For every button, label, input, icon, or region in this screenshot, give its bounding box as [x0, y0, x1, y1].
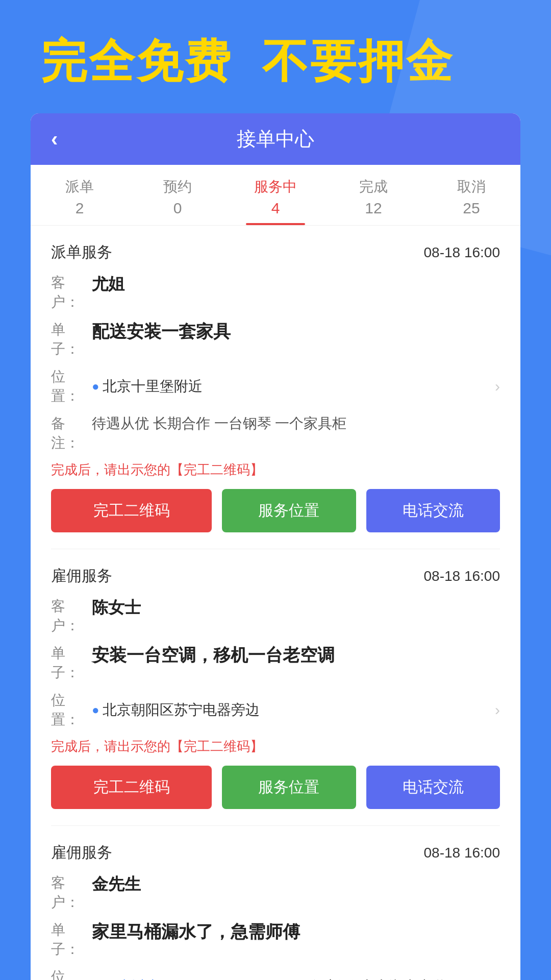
location-dot-icon: ● — [92, 379, 99, 394]
qr-code-button[interactable]: 完工二维码 — [51, 489, 212, 532]
order-label: 单子： — [51, 320, 92, 359]
tab-count: 0 — [173, 200, 182, 217]
order-label: 单子： — [51, 644, 92, 682]
nav-bar: ‹ 接单中心 — [31, 113, 520, 165]
order-type: 雇佣服务 — [51, 842, 112, 863]
service-location-button[interactable]: 服务位置 — [222, 766, 356, 809]
order-desc: 安装一台空调，移机一台老空调 — [92, 644, 335, 667]
action-buttons: 完工二维码 服务位置 电话交流 — [51, 766, 500, 809]
location-label: 位置： — [51, 691, 92, 729]
tab-count: 4 — [271, 200, 280, 217]
order-desc-row: 单子： 配送安装一套家具 — [51, 320, 500, 359]
order-header: 雇佣服务 08-18 16:00 — [51, 842, 500, 863]
customer-row: 客户： 尤姐 — [51, 273, 500, 312]
tab-item-完成[interactable]: 完成 12 — [324, 165, 422, 225]
qr-tip: 完成后，请出示您的【完工二维码】 — [51, 738, 500, 755]
back-button[interactable]: ‹ — [51, 128, 58, 151]
tab-label: 预约 — [163, 177, 192, 197]
tab-item-派单[interactable]: 派单 2 — [31, 165, 129, 225]
location-address: 北京朝阳区苏宁电器旁边 — [103, 700, 495, 720]
customer-name: 尤姐 — [92, 273, 124, 296]
order-time: 08-18 16:00 — [424, 568, 500, 584]
phone-call-button[interactable]: 电话交流 — [366, 489, 500, 532]
order-desc: 家里马桶漏水了，急需师傅 — [92, 920, 300, 944]
tab-label: 完成 — [359, 177, 388, 197]
order-type: 雇佣服务 — [51, 566, 112, 586]
service-location-button[interactable]: 服务位置 — [222, 489, 356, 532]
main-card: ‹ 接单中心 派单 2 预约 0 服务中 4 完成 12 取消 25 派单服务 — [31, 113, 520, 980]
chevron-right-icon: › — [495, 378, 500, 395]
phone-call-button[interactable]: 电话交流 — [366, 766, 500, 809]
chevron-right-icon: › — [495, 978, 500, 980]
order-card: 雇佣服务 08-18 16:00 客户： 金先生 单子： 家里马桶漏水了，急需师… — [51, 826, 500, 980]
order-header: 雇佣服务 08-18 16:00 — [51, 566, 500, 586]
location-label: 位置： — [51, 967, 92, 980]
location-dot-icon: ● — [92, 703, 99, 717]
tab-label: 派单 — [65, 177, 94, 197]
hero-line2: 不要押金 — [262, 36, 454, 87]
tab-count: 12 — [365, 200, 382, 217]
tab-label: 服务中 — [254, 177, 297, 197]
location-row[interactable]: 位置： ● 10米以内 玉河新居(青山湖南大道西) › — [51, 967, 500, 980]
remark-label: 备注： — [51, 414, 92, 453]
order-desc-row: 单子： 安装一台空调，移机一台老空调 — [51, 644, 500, 682]
order-desc: 配送安装一套家具 — [92, 320, 231, 344]
customer-label: 客户： — [51, 597, 92, 635]
qr-tip: 完成后，请出示您的【完工二维码】 — [51, 461, 500, 479]
location-label: 位置： — [51, 367, 92, 406]
order-label: 单子： — [51, 920, 92, 959]
order-type: 派单服务 — [51, 242, 112, 263]
customer-row: 客户： 陈女士 — [51, 597, 500, 635]
location-address: 玉河新居(青山湖南大道西) — [298, 977, 495, 980]
order-card: 雇佣服务 08-18 16:00 客户： 陈女士 单子： 安装一台空调，移机一台… — [51, 549, 500, 826]
order-desc-row: 单子： 家里马桶漏水了，急需师傅 — [51, 920, 500, 959]
customer-label: 客户： — [51, 273, 92, 312]
tab-item-服务中[interactable]: 服务中 4 — [227, 165, 324, 225]
nav-title: 接单中心 — [237, 126, 314, 152]
action-buttons: 完工二维码 服务位置 电话交流 — [51, 489, 500, 532]
tab-count: 2 — [76, 200, 84, 217]
customer-row: 客户： 金先生 — [51, 873, 500, 912]
tab-count: 25 — [463, 200, 480, 217]
order-time: 08-18 16:00 — [424, 244, 500, 261]
location-address: 北京十里堡附近 — [103, 377, 495, 396]
tab-item-预约[interactable]: 预约 0 — [129, 165, 227, 225]
remark-text: 待遇从优 长期合作 一台钢琴 一个家具柜 — [92, 414, 346, 433]
customer-name: 金先生 — [92, 873, 141, 896]
qr-code-button[interactable]: 完工二维码 — [51, 766, 212, 809]
order-time: 08-18 16:00 — [424, 845, 500, 861]
location-row[interactable]: 位置： ● 北京十里堡附近 › — [51, 367, 500, 406]
hero-line1: 完全免费 — [41, 36, 233, 87]
tab-item-取消[interactable]: 取消 25 — [422, 165, 520, 225]
order-header: 派单服务 08-18 16:00 — [51, 242, 500, 263]
tab-label: 取消 — [457, 177, 486, 197]
order-card: 派单服务 08-18 16:00 客户： 尤姐 单子： 配送安装一套家具 位置：… — [51, 226, 500, 549]
tabs-bar: 派单 2 预约 0 服务中 4 完成 12 取消 25 — [31, 165, 520, 226]
hero-title: 完全免费 不要押金 — [41, 31, 510, 93]
chevron-right-icon: › — [495, 701, 500, 719]
remark-row: 备注： 待遇从优 长期合作 一台钢琴 一个家具柜 — [51, 414, 500, 453]
location-distance: 10米以内 — [102, 977, 298, 980]
customer-name: 陈女士 — [92, 597, 141, 619]
customer-label: 客户： — [51, 873, 92, 912]
location-row[interactable]: 位置： ● 北京朝阳区苏宁电器旁边 › — [51, 691, 500, 729]
order-list: 派单服务 08-18 16:00 客户： 尤姐 单子： 配送安装一套家具 位置：… — [31, 226, 520, 980]
